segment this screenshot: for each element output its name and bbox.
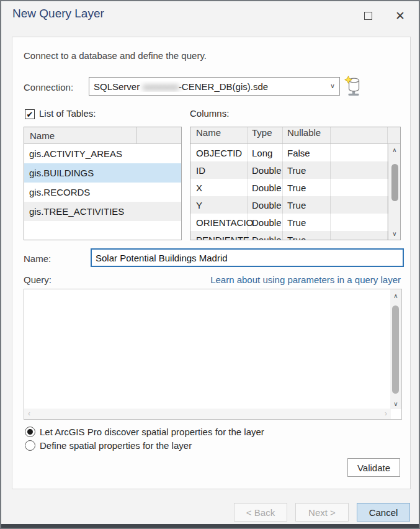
back-button[interactable]: < Back — [234, 503, 287, 522]
intro-text: Connect to a database and define the que… — [24, 50, 207, 61]
redacted-text: xxxxxxxxx — [142, 81, 179, 92]
close-button[interactable]: ✕ — [391, 8, 409, 23]
query-horizontal-scrollbar[interactable]: ‹ › — [24, 409, 391, 419]
tables-list-body: gis.ACTIVITY_AREASgis.BUILDINGSgis.RECOR… — [24, 144, 181, 221]
list-of-tables-label: List of Tables: — [39, 108, 96, 119]
column-row[interactable]: YDoubleTrue — [190, 196, 400, 214]
columns-label: Columns: — [190, 108, 229, 119]
scroll-up-icon[interactable]: ∧ — [390, 292, 401, 299]
scroll-down-icon[interactable]: ∨ — [390, 400, 401, 407]
dialog-body: Connect to a database and define the que… — [12, 37, 411, 489]
columns-header-empty — [331, 127, 388, 143]
dialog-title: New Query Layer — [12, 7, 104, 20]
name-label: Name: — [24, 253, 51, 264]
column-row[interactable]: OBJECTIDLongFalse — [190, 144, 400, 161]
columns-table: Name Type Nullable OBJECTIDLongFalseIDDo… — [190, 127, 401, 240]
scroll-down-icon[interactable]: ∨ — [389, 230, 400, 237]
checkmark-icon: ✔ — [27, 110, 34, 119]
column-row[interactable]: PENDIENTEDoubleTrue — [190, 231, 400, 240]
columns-header-nullable: Nullable — [283, 127, 331, 143]
name-input-value: Solar Potential Buildings Madrid — [96, 253, 228, 263]
radio-label: Define spatial properties for the layer — [40, 440, 192, 451]
query-input[interactable] — [25, 291, 389, 407]
tables-list-header[interactable]: Name — [24, 127, 181, 144]
window-bottom-edge — [1, 524, 419, 528]
tables-header-name: Name — [24, 130, 55, 141]
table-row[interactable]: gis.TREE_ACTIVITIES — [24, 202, 181, 221]
list-of-tables-checkbox[interactable]: ✔ — [25, 109, 35, 119]
tables-list: Name gis.ACTIVITY_AREASgis.BUILDINGSgis.… — [24, 127, 182, 240]
maximize-button[interactable] — [359, 8, 377, 23]
new-query-layer-dialog: New Query Layer ✕ Connect to a database … — [0, 0, 420, 529]
validate-button[interactable]: Validate — [347, 458, 400, 477]
column-row[interactable]: ORIENTACIODoubleTrue — [190, 214, 400, 231]
query-editor: ∧ ∨ ‹ › — [24, 289, 402, 420]
connection-dropdown[interactable]: SQLServer xxxxxxxxx-CENER_DB(gis).sde ∨ — [89, 77, 340, 96]
columns-scrollbar[interactable]: ∧ ∨ — [388, 144, 400, 240]
query-vertical-scrollbar[interactable]: ∧ ∨ — [390, 289, 401, 409]
spatial-radio[interactable] — [25, 427, 35, 437]
radio-label: Let ArcGIS Pro discover spatial properti… — [40, 427, 264, 437]
column-divider — [136, 127, 137, 143]
columns-header-name: Name — [190, 127, 248, 143]
query-label: Query: — [24, 274, 51, 285]
spatial-option-define[interactable]: Define spatial properties for the layer — [25, 440, 192, 451]
column-row[interactable]: IDDoubleTrue — [190, 161, 400, 179]
connection-value: SQLServer xxxxxxxxx-CENER_DB(gis).sde — [94, 81, 268, 92]
table-row[interactable]: gis.BUILDINGS — [24, 163, 181, 183]
next-button[interactable]: Next > — [295, 503, 349, 522]
columns-table-body: OBJECTIDLongFalseIDDoubleTrueXDoubleTrue… — [190, 144, 400, 240]
parameters-help-link[interactable]: Learn about using parameters in a query … — [210, 274, 401, 285]
chevron-down-icon: ∨ — [330, 82, 335, 90]
titlebar: New Query Layer ✕ — [1, 1, 419, 36]
scroll-left-icon[interactable]: ‹ — [28, 409, 30, 418]
scroll-up-icon[interactable]: ∧ — [389, 147, 400, 153]
column-row[interactable]: XDoubleTrue — [190, 179, 400, 196]
name-input[interactable]: Solar Potential Buildings Madrid — [91, 248, 404, 267]
table-row[interactable]: gis.RECORDS — [24, 183, 181, 202]
spatial-radio[interactable] — [25, 440, 35, 451]
scrollbar-thumb[interactable] — [391, 164, 398, 201]
spatial-option-discover[interactable]: Let ArcGIS Pro discover spatial properti… — [25, 427, 264, 437]
connection-label: Connection: — [24, 82, 73, 93]
table-row[interactable]: gis.ACTIVITY_AREAS — [24, 144, 181, 163]
scrollbar-thumb[interactable] — [392, 305, 399, 394]
close-icon: ✕ — [395, 9, 405, 23]
new-connection-icon[interactable] — [344, 76, 364, 97]
columns-table-header[interactable]: Name Type Nullable — [190, 127, 400, 144]
maximize-icon — [364, 12, 372, 20]
cancel-button[interactable]: Cancel — [357, 503, 410, 522]
scroll-right-icon[interactable]: › — [385, 409, 387, 418]
columns-header-type: Type — [248, 127, 283, 143]
